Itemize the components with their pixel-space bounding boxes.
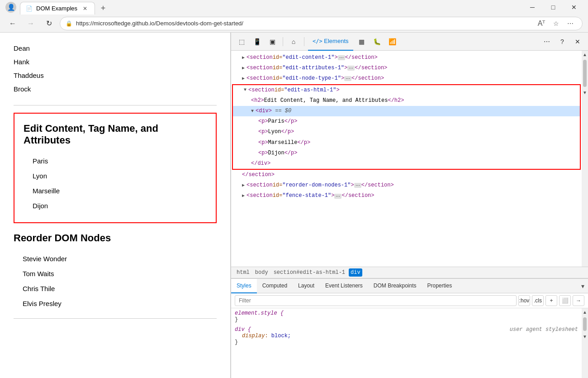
breadcrumb-div[interactable]: div: [349, 268, 362, 277]
address-text: https://microsoftedge.github.io/Demos/de…: [76, 20, 531, 27]
cities-list: Paris Lyon Marseille Dijon: [24, 153, 207, 213]
style-property: display: block;: [235, 333, 291, 339]
navigate-button[interactable]: →: [573, 295, 584, 306]
styles-tab-chevron[interactable]: ▾: [578, 279, 588, 293]
address-actions: Aᵀ ☆ ⋯: [535, 17, 577, 30]
help-button[interactable]: ?: [555, 35, 569, 48]
dom-node-section-edit-html[interactable]: ▼ <section id="edit-as-html-1">: [233, 85, 580, 96]
inspect-element-button[interactable]: ⬚: [235, 35, 248, 48]
dom-node-p-dijon[interactable]: <p>Dijon</p>: [233, 148, 580, 158]
scroll-down-arrow[interactable]: ▼: [582, 333, 588, 340]
webpage-content: Dean Hank Thaddeus Brock Edit Content, T…: [0, 33, 230, 378]
tab-properties[interactable]: Properties: [422, 279, 458, 293]
read-aloud-icon[interactable]: Aᵀ: [535, 17, 548, 30]
hov-button[interactable]: :hov: [518, 295, 530, 306]
dom-tree[interactable]: ▶ <section id="edit-content-1"> ⋯ </sect…: [231, 51, 582, 267]
tab-elements[interactable]: </> Elements: [308, 33, 353, 51]
devtools-panel: ⬚ 📱 ▣ ⌂ </> Elements ▦ 🐛 📶 ⋯ ? ✕ ▶: [231, 33, 588, 378]
tag: <section: [247, 74, 273, 83]
ellipsis-button[interactable]: ⋯: [344, 76, 351, 81]
maximize-button[interactable]: □: [543, 0, 564, 14]
dom-scrollbar[interactable]: ▲ ▼: [582, 51, 588, 267]
style-close-brace-2: }: [235, 339, 238, 345]
styles-tab-more: ▾: [578, 279, 588, 293]
minimize-button[interactable]: ─: [522, 0, 543, 14]
network-button[interactable]: 📶: [386, 35, 399, 48]
tab-dom-breakpoints[interactable]: DOM Breakpoints: [368, 279, 422, 293]
tab-computed[interactable]: Computed: [257, 279, 293, 293]
screenshot-button[interactable]: ⬜: [559, 295, 571, 306]
dom-node-div-close[interactable]: </div>: [233, 158, 580, 169]
styles-filter-input[interactable]: [235, 295, 517, 306]
ellipsis-button[interactable]: ⋯: [338, 55, 345, 60]
dom-node-section-edit-attributes[interactable]: ▶ <section id="edit-attributes-1"> ⋯ </s…: [231, 63, 582, 73]
scroll-down-arrow[interactable]: ▼: [582, 89, 588, 96]
breadcrumb-html[interactable]: html: [235, 268, 251, 277]
dom-tree-container: ▶ <section id="edit-content-1"> ⋯ </sect…: [231, 51, 588, 267]
style-rule-element: element.style { }: [235, 310, 578, 323]
console-button[interactable]: ▦: [355, 35, 369, 48]
ellipsis-button[interactable]: ⋯: [347, 66, 355, 71]
styles-scrollbar[interactable]: ▲ ▼: [582, 308, 588, 378]
dom-node-p-paris[interactable]: <p>Paris</p>: [233, 116, 580, 127]
attr-value: "edit-as-html-1": [284, 86, 336, 95]
dom-node-p-lyon[interactable]: <p>Lyon</p>: [233, 127, 580, 137]
attr-name: id=: [273, 53, 283, 62]
breadcrumb-section[interactable]: section#edit-as-html-1: [272, 268, 347, 277]
featured-section: Edit Content, Tag Name, and Attributes P…: [14, 113, 217, 223]
attr-value: "fence-state-1": [282, 191, 331, 200]
add-style-button[interactable]: +: [545, 295, 557, 306]
dom-node-section-close[interactable]: </section>: [231, 170, 582, 180]
close-button[interactable]: ✕: [564, 0, 584, 14]
scroll-up-arrow[interactable]: ▲: [582, 308, 588, 316]
ellipsis-button[interactable]: ⋯: [354, 183, 361, 188]
tab-layout[interactable]: Layout: [293, 279, 320, 293]
refresh-button[interactable]: ↻: [42, 16, 56, 31]
dom-highlighted-section: ▼ <section id="edit-as-html-1"> <h2>Edit…: [232, 84, 581, 170]
cls-button[interactable]: .cls: [532, 295, 544, 306]
ellipsis-button[interactable]: ⋯: [334, 194, 341, 199]
bugs-button[interactable]: 🐛: [370, 35, 384, 48]
lock-icon: 🔒: [66, 20, 72, 27]
closing-tag: </section>: [355, 64, 387, 72]
tag: >: [331, 191, 334, 200]
dollar-equals: == $0: [272, 107, 291, 115]
more-tools-button[interactable]: ⋯: [540, 35, 554, 48]
tag: <section: [247, 181, 273, 190]
h2-text: Edit Content, Tag Name, and Attributes: [264, 96, 388, 105]
forward-button[interactable]: →: [24, 16, 38, 31]
close-devtools-button[interactable]: ✕: [571, 35, 584, 48]
scroll-thumb[interactable]: [583, 60, 587, 87]
tag: <h2>: [251, 96, 264, 105]
sidebar-button[interactable]: ▣: [266, 35, 279, 48]
closing-tag: </section>: [361, 181, 394, 190]
dom-node-section-edit-node-type[interactable]: ▶ <section id="edit-node-type-1"> ⋯ </se…: [231, 73, 582, 84]
dom-node-section-reorder[interactable]: ▶ <section id="reorder-dom-nodes-1"> ⋯ <…: [231, 180, 582, 191]
back-button[interactable]: ←: [5, 16, 20, 31]
dom-node-p-marseille[interactable]: <p>Marseille</p>: [233, 138, 580, 148]
browser-tab[interactable]: 📄 DOM Examples ✕: [20, 2, 95, 14]
scroll-thumb[interactable]: [583, 317, 587, 331]
breadcrumb-body[interactable]: body: [253, 268, 270, 277]
scroll-up-arrow[interactable]: ▲: [582, 51, 588, 58]
dom-node-h2[interactable]: <h2>Edit Content, Tag Name, and Attribut…: [233, 96, 580, 106]
more-options-icon[interactable]: ⋯: [564, 17, 577, 30]
tag: <section: [248, 86, 275, 95]
expand-icon: ▼: [251, 108, 254, 115]
tab-close-button[interactable]: ✕: [81, 5, 89, 13]
tab-event-listeners[interactable]: Event Listeners: [320, 279, 368, 293]
new-tab-button[interactable]: +: [97, 2, 109, 14]
address-box[interactable]: 🔒 https://microsoftedge.github.io/Demos/…: [60, 17, 583, 30]
style-comment: user agent stylesheet: [510, 326, 578, 333]
favorites-icon[interactable]: ☆: [550, 17, 562, 30]
device-emulation-button[interactable]: 📱: [250, 35, 264, 48]
dom-node-section-fence[interactable]: ▶ <section id="fence-state-1"> ⋯ </secti…: [231, 191, 582, 201]
tag: >: [334, 53, 337, 62]
home-button[interactable]: ⌂: [287, 35, 300, 48]
tab-styles[interactable]: Styles: [231, 279, 257, 293]
dom-node-section-edit-content[interactable]: ▶ <section id="edit-content-1"> ⋯ </sect…: [231, 53, 582, 63]
list-item: Stevie Wonder: [23, 251, 217, 266]
expand-icon: ▶: [242, 54, 245, 62]
dom-node-div-selected[interactable]: ▼ <div> == $0: [233, 106, 580, 116]
profile-area[interactable]: 👤: [4, 0, 18, 14]
